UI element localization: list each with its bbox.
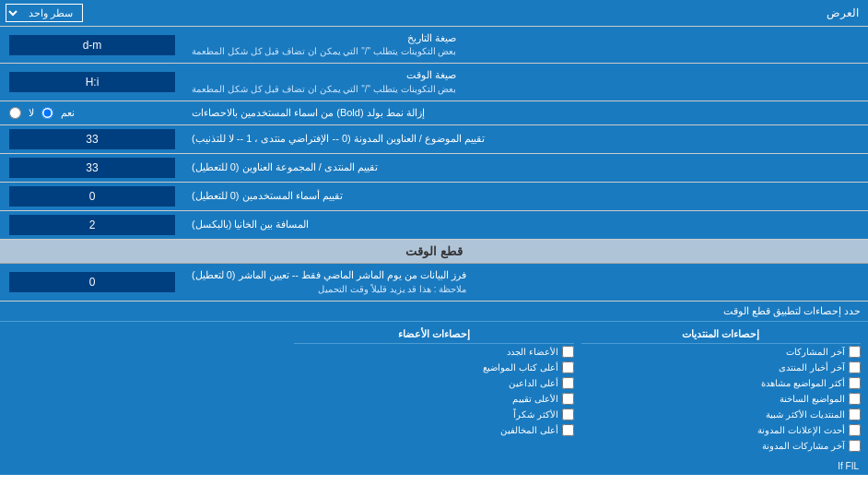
cb-most-thanked-input[interactable]	[562, 408, 574, 420]
cb-top-rated: الأعلى تقييم	[294, 391, 573, 407]
bold-remove-options: نعم لا	[0, 101, 184, 124]
filter-label: حدد إحصاءات لتطبيق قطع الوقت	[7, 305, 861, 317]
bold-remove-label: إزالة نمط بولد (Bold) من اسماء المستخدمي…	[184, 101, 868, 124]
cb-latest-announcements-input[interactable]	[849, 424, 861, 436]
radio-no[interactable]	[9, 107, 21, 119]
forum-sort-input-cell	[0, 154, 184, 182]
cb-similar-forums-input[interactable]	[849, 408, 861, 420]
filter-label-row: حدد إحصاءات لتطبيق قطع الوقت	[0, 302, 868, 322]
time-format-input[interactable]	[9, 72, 175, 92]
stats-col-members: إحصاءات الأعضاء الأعضاء الجدد أعلى كتاب …	[294, 325, 573, 454]
radio-no-label: لا	[29, 107, 34, 119]
topic-sort-input-cell	[0, 125, 184, 153]
stats-col-empty	[7, 325, 287, 454]
forum-sort-label: تقييم المنتدى / المجموعة العناوين (0 للت…	[184, 154, 868, 182]
cb-top-topic-writers-input[interactable]	[562, 361, 574, 373]
column-gap-input[interactable]	[9, 215, 175, 235]
top-select-cell: سطر واحد سطران ثلاثة أسطر	[0, 0, 88, 26]
cb-hot-topics-input[interactable]	[849, 393, 861, 405]
cb-blog-posts-input[interactable]	[849, 440, 861, 452]
cb-blog-posts: آخر مشاركات المدونة	[581, 438, 861, 454]
cb-most-thanked: الأكثر شكراً	[294, 407, 573, 422]
radio-yes[interactable]	[41, 107, 53, 119]
date-format-row: صيغة التاريخ بعض التكوينات يتطلب "/" الت…	[0, 27, 868, 64]
cb-latest-announcements: أحدث الإعلانات المدونة	[581, 422, 861, 438]
cb-top-inviters: أعلى الداعين	[294, 375, 573, 391]
cb-hot-topics: المواضيع الساخنة	[581, 391, 861, 407]
stats-col-members-header: إحصاءات الأعضاء	[294, 325, 573, 344]
time-cut-row: فرز البيانات من يوم الماشر الماضي فقط --…	[0, 264, 868, 301]
cb-new-members-input[interactable]	[562, 346, 574, 358]
cb-forum-news-input[interactable]	[849, 361, 861, 373]
cb-top-rated-input[interactable]	[562, 393, 574, 405]
cb-new-members: الأعضاء الجدد	[294, 344, 573, 360]
stats-col-forums: إحصاءات المنتديات آخر المشاركات آخر أخبا…	[581, 325, 861, 454]
user-sort-input-cell	[0, 183, 184, 210]
bottom-note-text: If FIL	[838, 461, 859, 471]
date-format-input[interactable]	[9, 35, 175, 55]
stats-container: إحصاءات المنتديات آخر المشاركات آخر أخبا…	[0, 322, 868, 457]
topic-sort-label: تقييم الموضوع / العناوين المدونة (0 -- ا…	[184, 125, 868, 153]
time-cut-label: فرز البيانات من يوم الماشر الماضي فقط --…	[184, 264, 868, 300]
cb-top-topic-writers: أعلى كتاب المواضيع	[294, 360, 573, 375]
forum-sort-row: تقييم المنتدى / المجموعة العناوين (0 للت…	[0, 154, 868, 183]
top-label: العرض	[88, 2, 868, 24]
radio-yes-label: نعم	[61, 107, 75, 119]
cb-forum-news: آخر أخبار المنتدى	[581, 360, 861, 375]
forum-sort-input[interactable]	[9, 158, 175, 178]
time-format-row: صيغة الوقت بعض التكوينات يتطلب "/" التي …	[0, 64, 868, 101]
cb-top-violators: أعلى المخالفين	[294, 422, 573, 438]
display-select[interactable]: سطر واحد سطران ثلاثة أسطر	[6, 4, 83, 22]
date-format-input-cell	[0, 27, 184, 63]
column-gap-input-cell	[0, 211, 184, 239]
user-sort-label: تقييم أسماء المستخدمين (0 للتعطيل)	[184, 183, 868, 210]
time-cut-input-cell	[0, 264, 184, 300]
cb-top-inviters-input[interactable]	[562, 377, 574, 389]
user-sort-input[interactable]	[9, 186, 175, 207]
topic-sort-row: تقييم الموضوع / العناوين المدونة (0 -- ا…	[0, 125, 868, 154]
topic-sort-input[interactable]	[9, 129, 175, 149]
bold-remove-row: إزالة نمط بولد (Bold) من اسماء المستخدمي…	[0, 101, 868, 125]
cb-top-violators-input[interactable]	[562, 424, 574, 436]
date-format-label: صيغة التاريخ بعض التكوينات يتطلب "/" الت…	[184, 27, 868, 63]
time-cut-input[interactable]	[9, 272, 175, 292]
time-cut-header: قطع الوقت	[0, 240, 868, 264]
bottom-note: If FIL	[0, 457, 868, 475]
column-gap-label: المسافة بين الخانيا (بالبكسل)	[184, 211, 868, 239]
cb-most-viewed: أكثر المواضيع مشاهدة	[581, 375, 861, 391]
time-format-input-cell	[0, 64, 184, 100]
cb-last-posts-input[interactable]	[849, 346, 861, 358]
cb-similar-forums: المنتديات الأكثر شبية	[581, 407, 861, 422]
cb-last-posts: آخر المشاركات	[581, 344, 861, 360]
column-gap-row: المسافة بين الخانيا (بالبكسل)	[0, 211, 868, 240]
top-row: العرض سطر واحد سطران ثلاثة أسطر	[0, 0, 868, 27]
cb-most-viewed-input[interactable]	[849, 377, 861, 389]
user-sort-row: تقييم أسماء المستخدمين (0 للتعطيل)	[0, 183, 868, 211]
time-format-label: صيغة الوقت بعض التكوينات يتطلب "/" التي …	[184, 64, 868, 100]
stats-col-forums-header: إحصاءات المنتديات	[581, 325, 861, 344]
